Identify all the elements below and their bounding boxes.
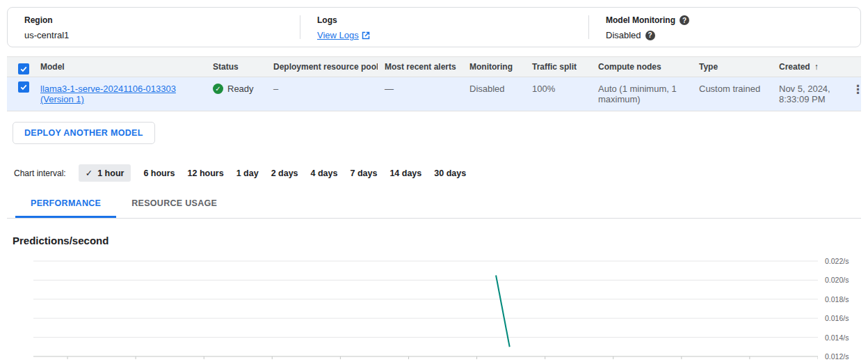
region-section: Region us-central1 <box>8 15 300 39</box>
column-header-most-recent-alerts[interactable]: Most recent alerts <box>378 57 463 77</box>
chart-plot-area[interactable] <box>33 251 818 362</box>
y-tick-label: 0.018/s <box>825 295 849 304</box>
table-header-row: Model Status Deployment resource pool Mo… <box>7 57 861 77</box>
chart-title: Predictions/second <box>13 235 861 246</box>
interval-option-2-days[interactable]: 2 days <box>271 168 298 178</box>
type-cell: Custom trained <box>692 77 772 111</box>
model-monitoring-label: Model Monitoring <box>606 15 675 25</box>
interval-option-6-hours[interactable]: 6 hours <box>143 168 175 178</box>
column-header-model[interactable]: Model <box>33 57 206 77</box>
predictions-chart: 0.022/s0.020/s0.018/s0.016/s0.014/s0.012… <box>33 251 861 362</box>
logs-section: Logs View Logs <box>300 15 588 39</box>
most-recent-alerts-cell: — <box>378 77 463 111</box>
chart-tabs: PERFORMANCE RESOURCE USAGE <box>7 193 861 219</box>
interval-option-4-days[interactable]: 4 days <box>311 168 338 178</box>
traffic-split-cell: 100% <box>525 77 591 111</box>
deployment-resource-pool-cell: – <box>266 77 378 111</box>
y-tick-label: 0.014/s <box>825 333 849 342</box>
help-icon[interactable]: ? <box>645 31 655 40</box>
interval-option-1-hour[interactable]: ✓1 hour <box>79 164 131 182</box>
interval-option-14-days[interactable]: 14 days <box>389 168 421 178</box>
y-tick-label: 0.020/s <box>825 276 849 284</box>
view-logs-link-text: View Logs <box>317 30 359 40</box>
column-header-traffic-split[interactable]: Traffic split <box>525 57 591 77</box>
y-tick-label: 0.016/s <box>825 314 849 322</box>
compute-nodes-cell: Auto (1 minimum, 1 maximum) <box>591 77 692 111</box>
monitoring-cell: Disabled <box>463 77 525 111</box>
row-checkbox[interactable] <box>18 81 29 93</box>
model-monitoring-value: Disabled <box>606 30 641 40</box>
select-all-checkbox[interactable] <box>18 63 29 74</box>
interval-option-12-hours[interactable]: 12 hours <box>188 168 224 178</box>
deployed-models-table: Model Status Deployment resource pool Mo… <box>7 56 861 111</box>
check-icon: ✓ <box>86 168 93 178</box>
model-monitoring-section: Model Monitoring ? Disabled ? <box>588 15 860 39</box>
chart-interval-bar: Chart interval: ✓1 hour 6 hours 12 hours… <box>7 164 861 182</box>
open-in-new-icon <box>362 31 370 40</box>
interval-option-7-days[interactable]: 7 days <box>350 168 377 178</box>
status-text: Ready <box>227 84 254 94</box>
column-header-type[interactable]: Type <box>692 57 772 77</box>
endpoint-detail-page: Region us-central1 Logs View Logs Model … <box>0 0 868 362</box>
column-header-status[interactable]: Status <box>206 57 266 77</box>
interval-option-30-days[interactable]: 30 days <box>434 168 466 178</box>
created-cell: Nov 5, 2024, 8:33:09 PM <box>772 77 845 111</box>
interval-option-1-day[interactable]: 1 day <box>236 168 259 178</box>
column-header-monitoring[interactable]: Monitoring <box>463 57 525 77</box>
chart-interval-label: Chart interval: <box>14 168 66 178</box>
tab-resource-usage[interactable]: RESOURCE USAGE <box>116 193 232 218</box>
tab-performance[interactable]: PERFORMANCE <box>15 193 116 218</box>
status-ready-icon: ✓ <box>213 84 223 94</box>
logs-label: Logs <box>317 15 572 25</box>
region-label: Region <box>24 15 283 25</box>
model-link[interactable]: llama3-1-serve-20241106-013303 (Version … <box>40 84 176 104</box>
help-icon[interactable]: ? <box>680 15 689 25</box>
y-tick-label: 0.012/s <box>825 352 849 361</box>
y-tick-label: 0.022/s <box>825 257 849 265</box>
chart-canvas <box>33 251 818 362</box>
endpoint-info-card: Region us-central1 Logs View Logs Model … <box>7 7 861 47</box>
column-header-compute-nodes[interactable]: Compute nodes <box>591 57 692 77</box>
view-logs-link[interactable]: View Logs <box>317 30 370 40</box>
region-value: us-central1 <box>24 30 283 40</box>
column-header-deployment-resource-pool[interactable]: Deployment resource pool <box>266 57 378 77</box>
model-row: llama3-1-serve-20241106-013303 (Version … <box>7 77 861 111</box>
deploy-another-model-button[interactable]: DEPLOY ANOTHER MODEL <box>13 122 155 144</box>
row-actions-kebab-icon[interactable]: ⋮ <box>845 77 861 111</box>
column-header-created[interactable]: Created↑ <box>772 57 845 77</box>
sort-ascending-icon: ↑ <box>814 62 819 72</box>
y-axis-labels: 0.022/s0.020/s0.018/s0.016/s0.014/s0.012… <box>818 251 861 362</box>
